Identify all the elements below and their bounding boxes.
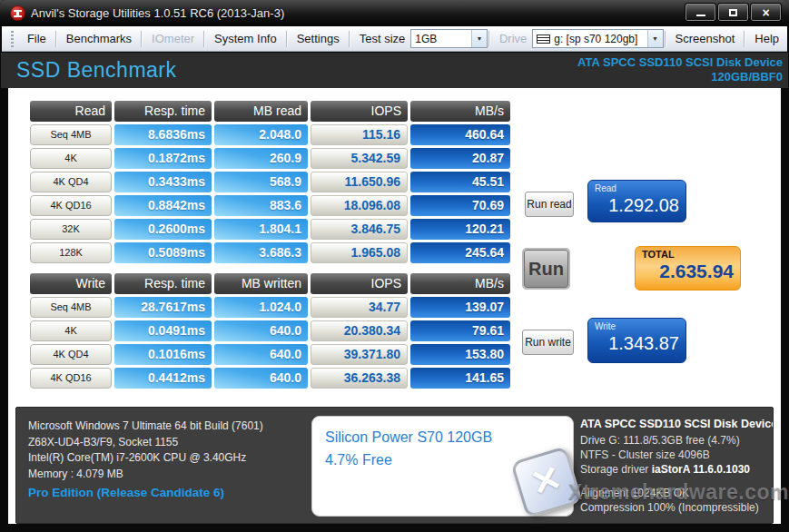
write-score-value: 1.343.87 bbox=[595, 331, 679, 355]
driver-value: iaStorA 11.6.0.1030 bbox=[652, 463, 750, 476]
read-score-value: 1.292.08 bbox=[595, 193, 679, 217]
anvil-app-icon bbox=[10, 5, 25, 21]
menu-screenshot[interactable]: Screenshot bbox=[667, 27, 744, 51]
menu-separator bbox=[286, 31, 288, 47]
read-row0-mbs-cell: 460.64 bbox=[410, 124, 510, 145]
read-row5-iops-cell: 1.965.08 bbox=[311, 242, 408, 263]
maximize-icon bbox=[729, 9, 737, 16]
write-row3-mb-cell: 640.0 bbox=[214, 368, 308, 389]
motherboard-line: Z68X-UD4-B3/F9, Socket 1155 bbox=[28, 435, 263, 451]
read-row5-resp-cell: 0.5089ms bbox=[114, 242, 212, 263]
write-row1-iops-cell: 20.380.34 bbox=[311, 320, 408, 341]
read-row0-resp-cell: 8.6836ms bbox=[114, 124, 212, 145]
menu-iometer: IOmeter bbox=[143, 27, 202, 51]
watermark-text: Xtremehardware.com bbox=[568, 480, 789, 505]
read-header-read: Read bbox=[30, 101, 112, 122]
close-button[interactable]: × bbox=[751, 4, 781, 21]
write-row3-label[interactable]: 4K QD16 bbox=[30, 368, 112, 389]
close-icon: × bbox=[762, 6, 769, 19]
read-row4-mb-cell: 1.804.1 bbox=[214, 219, 308, 240]
read-row1-iops-cell: 5.342.59 bbox=[311, 148, 408, 169]
minimize-button[interactable] bbox=[685, 4, 715, 21]
write-row2-iops-cell: 39.371.80 bbox=[311, 344, 408, 365]
read-row2-mbs-cell: 45.51 bbox=[410, 172, 510, 192]
read-row0-mb-cell: 2.048.0 bbox=[214, 124, 308, 145]
test-size-label: Test size bbox=[351, 32, 411, 45]
read-row2-mb-cell: 568.9 bbox=[214, 172, 308, 192]
read-row2-label[interactable]: 4K QD4 bbox=[30, 172, 112, 192]
read-row2-resp-cell: 0.3433ms bbox=[114, 172, 212, 192]
chevron-down-icon: ▼ bbox=[647, 30, 663, 47]
read-row3-resp-cell: 0.8842ms bbox=[114, 195, 212, 216]
menu-benchmarks[interactable]: Benchmarks bbox=[58, 27, 140, 51]
read-row1-mbs-cell: 20.87 bbox=[410, 148, 510, 169]
device-line1: ATA SPCC SSD110 SCSI Disk Device bbox=[577, 55, 783, 70]
menu-separator bbox=[488, 31, 490, 47]
read-row1-label[interactable]: 4K bbox=[30, 148, 112, 169]
window-title: Anvil's Storage Utilities 1.0.51 RC6 (20… bbox=[31, 0, 284, 26]
drive-select[interactable]: g: [sp s70 120gb] ▼ bbox=[532, 29, 663, 48]
menu-separator bbox=[665, 31, 666, 47]
test-size-select[interactable]: 1GB ▼ bbox=[410, 29, 488, 48]
read-row3-label[interactable]: 4K QD16 bbox=[30, 195, 112, 216]
write-row0-label[interactable]: Seq 4MB bbox=[30, 297, 112, 318]
read-row2-iops-cell: 11.650.96 bbox=[311, 172, 408, 192]
read-header-iops: IOPS bbox=[311, 101, 408, 122]
run-button[interactable]: Run bbox=[524, 250, 568, 288]
read-row5-label[interactable]: 128K bbox=[30, 242, 112, 263]
menu-separator bbox=[203, 31, 205, 47]
write-row1-resp-cell: 0.0491ms bbox=[114, 320, 212, 341]
read-row1-resp-cell: 0.1872ms bbox=[114, 148, 212, 169]
page-header: SSD Benchmark ATA SPCC SSD110 SCSI Disk … bbox=[1, 53, 788, 88]
menu-separator bbox=[744, 31, 745, 47]
cpu-line: Intel(R) Core(TM) i7-2600K CPU @ 3.40GHz bbox=[28, 450, 263, 467]
write-table: WriteResp. timeMB writtenIOPSMB/sSeq 4MB… bbox=[30, 273, 510, 389]
read-row0-label[interactable]: Seq 4MB bbox=[30, 124, 112, 145]
maximize-button[interactable] bbox=[718, 4, 748, 21]
drive-details-fs: NTFS - Cluster size 4096B bbox=[580, 448, 773, 462]
drive-details-title: ATA SPCC SSD110 SCSI Disk Device 120 bbox=[580, 417, 773, 431]
write-header-iops: IOPS bbox=[311, 273, 408, 294]
read-row4-label[interactable]: 32K bbox=[30, 219, 112, 240]
device-name: ATA SPCC SSD110 SCSI Disk Device 120GB/B… bbox=[577, 55, 783, 84]
read-header-resp-time: Resp. time bbox=[114, 101, 212, 122]
write-row1-mb-cell: 640.0 bbox=[214, 320, 308, 341]
read-header-mb-read: MB read bbox=[214, 101, 308, 122]
menu-help[interactable]: Help bbox=[746, 27, 787, 51]
read-row4-iops-cell: 3.846.75 bbox=[311, 219, 408, 240]
total-score-box: TOTAL 2.635.94 bbox=[635, 246, 741, 291]
read-row3-mbs-cell: 70.69 bbox=[410, 195, 510, 216]
info-panel: Microsoft Windows 7 Ultimate 64 bit Buil… bbox=[15, 407, 774, 524]
menu-bar: File Benchmarks IOmeter System Info Sett… bbox=[2, 26, 787, 52]
total-score-label: TOTAL bbox=[642, 250, 734, 260]
write-row2-label[interactable]: 4K QD4 bbox=[30, 344, 112, 365]
read-score-box: Read 1.292.08 bbox=[587, 180, 686, 222]
menu-separator bbox=[55, 31, 57, 47]
total-score-value: 2.635.94 bbox=[642, 260, 734, 283]
read-row5-mbs-cell: 245.64 bbox=[410, 242, 510, 263]
edition-label: Pro Edition (Release Candidate 6) bbox=[28, 486, 224, 499]
drive-icon bbox=[537, 34, 550, 44]
write-score-box: Write 1.343.87 bbox=[587, 318, 686, 363]
menu-settings[interactable]: Settings bbox=[289, 27, 348, 51]
drive-details-driver: Storage driver iaStorA 11.6.0.1030 bbox=[580, 462, 773, 477]
drive-label: Drive bbox=[491, 32, 532, 45]
run-write-button[interactable]: Run write bbox=[522, 330, 574, 355]
write-header-mb-written: MB written bbox=[214, 273, 308, 294]
write-header-write: Write bbox=[30, 273, 112, 294]
write-row1-label[interactable]: 4K bbox=[30, 320, 112, 341]
read-row3-iops-cell: 18.096.08 bbox=[311, 195, 408, 216]
write-row3-mbs-cell: 141.65 bbox=[410, 368, 510, 389]
driver-label: Storage driver bbox=[580, 463, 652, 476]
read-score-label: Read bbox=[595, 183, 679, 193]
write-row0-resp-cell: 28.7617ms bbox=[114, 297, 212, 318]
run-read-button[interactable]: Run read bbox=[525, 192, 574, 217]
menu-file[interactable]: File bbox=[19, 27, 54, 51]
write-row3-iops-cell: 36.263.38 bbox=[311, 368, 408, 389]
device-line2: 120GB/BBF0 bbox=[577, 70, 783, 84]
menu-separator bbox=[349, 31, 350, 47]
read-row3-mb-cell: 883.6 bbox=[214, 195, 308, 216]
menu-system-info[interactable]: System Info bbox=[206, 27, 285, 51]
memory-line: Memory : 4.079 MB bbox=[28, 467, 263, 483]
drive-details-free: Drive G: 111.8/5.3GB free (4.7%) bbox=[580, 433, 773, 448]
